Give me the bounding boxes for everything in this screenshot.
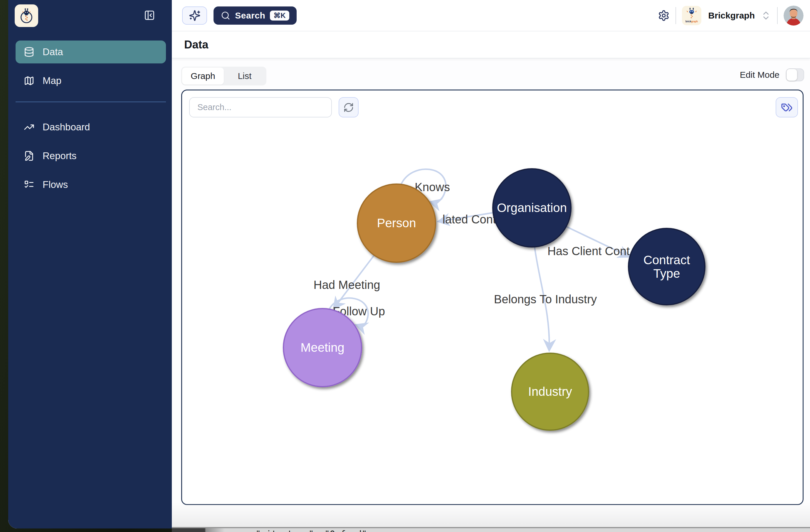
workspace-logo: brickgraph	[682, 6, 701, 25]
tags-icon	[781, 102, 793, 113]
edit-mode-control: Edit Mode	[740, 68, 804, 81]
global-search-button[interactable]: Search ⌘K	[213, 6, 297, 25]
refresh-button[interactable]	[339, 97, 359, 117]
workspace-name: Brickgraph	[708, 11, 755, 20]
search-button-label: Search	[235, 11, 265, 20]
sidebar-collapse-icon[interactable]	[144, 10, 155, 21]
graph-search-input[interactable]	[189, 97, 332, 117]
database-icon	[24, 47, 34, 57]
sidebar-item-reports[interactable]: Reports	[16, 145, 166, 167]
code-line: "city_town": "Oxford"	[256, 529, 367, 532]
graph-panel: Knows lated Cont Has Client Cont Had Mee…	[181, 89, 804, 505]
app-window: Data Map Dashboard	[8, 0, 810, 529]
ai-assistant-button[interactable]	[182, 6, 207, 25]
edit-mode-label: Edit Mode	[740, 70, 779, 80]
content-column: Search ⌘K	[172, 0, 810, 529]
sidebar: Data Map Dashboard	[8, 0, 172, 529]
topbar: Search ⌘K	[172, 0, 810, 31]
node-label-meeting: Meeting	[301, 340, 344, 354]
code-preview-strip: "city_town": "Oxford"	[172, 527, 810, 532]
file-pen-icon	[24, 151, 34, 161]
edge-label-has-client: Has Client Cont	[548, 245, 630, 257]
main-area: Graph List Edit Mode	[172, 59, 810, 529]
topbar-divider	[777, 7, 778, 24]
sidebar-item-label: Reports	[43, 150, 77, 162]
graph-edge-labels: Knows lated Cont Has Client Cont Had Mee…	[314, 181, 630, 318]
sidebar-item-label: Dashboard	[43, 121, 90, 133]
sparkles-icon	[189, 10, 200, 21]
page-header: Data	[172, 31, 810, 59]
tab-list[interactable]: List	[224, 68, 265, 85]
refresh-icon	[343, 102, 354, 113]
graph-canvas[interactable]: Knows lated Cont Has Client Cont Had Mee…	[182, 90, 803, 504]
topbar-right: brickgraph Brickgraph	[658, 5, 804, 26]
search-icon	[221, 11, 230, 20]
sidebar-divider	[16, 102, 166, 102]
user-avatar[interactable]	[783, 5, 804, 26]
edge-label-belongs-industry: Belongs To Industry	[494, 293, 597, 306]
tab-graph[interactable]: Graph	[182, 68, 224, 85]
view-tabs: Graph List	[181, 67, 266, 85]
labels-button[interactable]	[776, 97, 798, 117]
app-logo	[15, 4, 38, 27]
trending-up-icon	[24, 122, 34, 132]
chevrons-up-down-icon[interactable]	[761, 10, 771, 21]
sidebar-item-data[interactable]: Data	[16, 40, 166, 63]
sidebar-item-label: Data	[43, 46, 63, 57]
settings-gear-icon[interactable]	[658, 10, 670, 21]
giraffe-logo-icon	[17, 7, 35, 25]
sidebar-item-map[interactable]: Map	[16, 69, 166, 92]
sidebar-item-flows[interactable]: Flows	[16, 173, 166, 196]
list-todo-icon	[24, 179, 34, 190]
sidebar-nav: Data Map Dashboard	[16, 40, 166, 202]
sidebar-item-label: Map	[43, 75, 61, 86]
node-label-person: Person	[377, 216, 416, 230]
edit-mode-toggle[interactable]	[786, 68, 804, 81]
sidebar-item-dashboard[interactable]: Dashboard	[16, 116, 166, 138]
node-label-contract-line2: Type	[653, 267, 680, 280]
edge-label-related-contact: lated Cont	[442, 213, 496, 226]
node-label-contract-line1: Contract	[644, 253, 690, 267]
toggle-knob	[787, 69, 797, 81]
map-icon	[24, 76, 34, 86]
search-shortcut-badge: ⌘K	[270, 11, 289, 20]
edge-label-had-meeting: Had Meeting	[314, 278, 380, 291]
topbar-divider	[676, 7, 676, 24]
brickgraph-logo-icon: brickgraph	[683, 7, 700, 24]
sidebar-item-label: Flows	[43, 179, 68, 190]
node-label-organisation: Organisation	[497, 201, 567, 215]
node-label-industry: Industry	[528, 385, 572, 398]
page-title: Data	[184, 38, 208, 51]
svg-text:brickgraph: brickgraph	[685, 20, 698, 22]
